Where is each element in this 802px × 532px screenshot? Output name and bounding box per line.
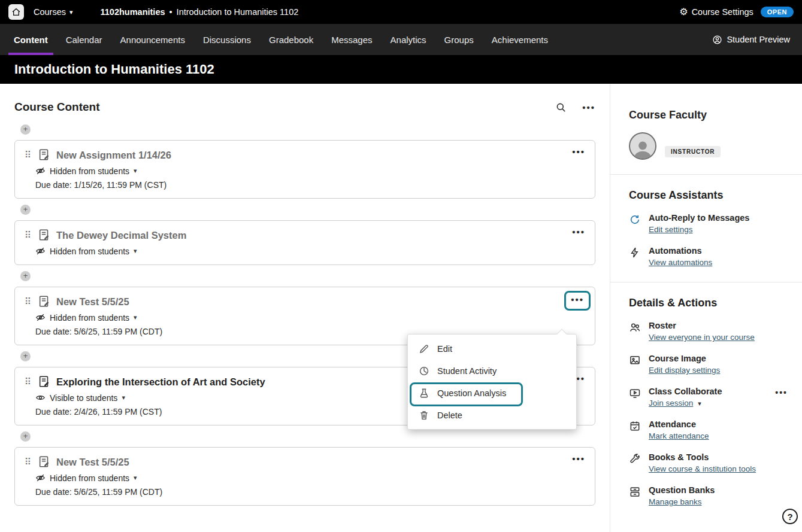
item-overflow-menu-button[interactable]: ••• bbox=[572, 227, 585, 237]
test-icon bbox=[38, 295, 51, 308]
visibility-dropdown[interactable]: Hidden from students ▾ bbox=[35, 473, 585, 483]
tab-gradebook[interactable]: Gradebook bbox=[260, 24, 322, 55]
student-preview-label: Student Preview bbox=[727, 35, 790, 44]
tab-groups[interactable]: Groups bbox=[435, 24, 483, 55]
drag-handle[interactable]: ⠿ bbox=[25, 296, 38, 307]
content-item-card: ••• ⠿ New Test 5/5/25 Hidden from studen… bbox=[14, 447, 595, 506]
chevron-down-icon: ▾ bbox=[122, 394, 125, 402]
sidebar-item-books-tools: Books & Tools View course & institution … bbox=[629, 452, 788, 474]
sidebar-item-roster: Roster View everyone in your course bbox=[629, 321, 788, 342]
gear-icon: ⚙ bbox=[679, 7, 688, 17]
add-content-button[interactable]: + bbox=[20, 205, 31, 215]
tab-achievements[interactable]: Achievements bbox=[483, 24, 557, 55]
test-icon bbox=[38, 375, 51, 388]
test-icon bbox=[38, 455, 51, 469]
tab-announcements[interactable]: Announcements bbox=[111, 24, 194, 55]
tab-content[interactable]: Content bbox=[5, 24, 57, 55]
course-faculty-heading: Course Faculty bbox=[629, 109, 788, 121]
tab-calendar[interactable]: Calendar bbox=[57, 24, 111, 55]
add-content-button[interactable]: + bbox=[20, 271, 31, 281]
question-banks-icon bbox=[629, 486, 641, 498]
content-overflow-menu-button[interactable]: ••• bbox=[582, 102, 595, 113]
menu-item-delete[interactable]: Delete bbox=[408, 404, 576, 426]
activity-clock-icon bbox=[419, 366, 429, 376]
item-title-link[interactable]: Exploring the Intersection of Art and So… bbox=[56, 376, 265, 388]
attendance-calendar-icon bbox=[629, 420, 641, 432]
sidebar-item-course-image: Course Image Edit display settings bbox=[629, 354, 788, 375]
join-session-link[interactable]: Join session bbox=[649, 399, 693, 408]
sidebar-item-title: Roster bbox=[649, 321, 755, 330]
mark-attendance-link[interactable]: Mark attendance bbox=[649, 431, 709, 440]
item-title-link[interactable]: New Test 5/5/25 bbox=[56, 457, 129, 468]
breadcrumb: 1102humanities • Introduction to Humanit… bbox=[101, 7, 299, 17]
instructor-avatar[interactable] bbox=[629, 132, 656, 160]
add-content-button[interactable]: + bbox=[20, 351, 31, 361]
chevron-down-icon: ▾ bbox=[698, 400, 701, 407]
roster-people-icon bbox=[629, 321, 641, 333]
breadcrumb-separator: • bbox=[170, 7, 172, 17]
course-content-heading: Course Content bbox=[14, 101, 100, 114]
visibility-label: Hidden from students bbox=[50, 166, 129, 176]
collaborate-overflow-menu-button[interactable]: ••• bbox=[775, 388, 788, 397]
course-settings-button[interactable]: ⚙ Course Settings bbox=[679, 7, 753, 17]
breadcrumb-course-id: 1102humanities bbox=[101, 7, 165, 17]
lightning-icon bbox=[629, 247, 641, 259]
sidebar-divider bbox=[610, 282, 802, 282]
course-assistants-heading: Course Assistants bbox=[629, 189, 788, 202]
due-date-text: Due date: 5/6/25, 11:59 PM (CDT) bbox=[35, 487, 585, 497]
menu-item-student-activity[interactable]: Student Activity bbox=[408, 360, 576, 382]
pencil-icon bbox=[419, 343, 429, 354]
hidden-eye-icon bbox=[35, 473, 46, 483]
menu-item-label: Student Activity bbox=[437, 366, 497, 376]
roster-link[interactable]: View everyone in your course bbox=[649, 333, 755, 342]
hidden-eye-icon bbox=[35, 246, 46, 256]
drag-handle[interactable]: ⠿ bbox=[25, 376, 38, 387]
tab-discussions[interactable]: Discussions bbox=[194, 24, 260, 55]
view-tools-link[interactable]: View course & institution tools bbox=[649, 464, 756, 473]
item-overflow-menu-button[interactable]: ••• bbox=[572, 147, 585, 157]
sidebar-item-automations: Automations View automations bbox=[629, 246, 788, 267]
tab-analytics[interactable]: Analytics bbox=[382, 24, 435, 55]
drag-handle[interactable]: ⠿ bbox=[25, 230, 38, 241]
item-title-link[interactable]: New Assignment 1/14/26 bbox=[56, 150, 171, 161]
chevron-down-icon: ▾ bbox=[134, 474, 137, 482]
tab-messages[interactable]: Messages bbox=[322, 24, 381, 55]
item-title-link[interactable]: New Test 5/5/25 bbox=[56, 296, 129, 308]
student-preview-button[interactable]: Student Preview bbox=[712, 35, 790, 45]
item-title-link[interactable]: The Dewey Decimal System bbox=[56, 230, 186, 241]
edit-display-settings-link[interactable]: Edit display settings bbox=[649, 366, 720, 375]
document-icon bbox=[38, 229, 51, 242]
manage-banks-link[interactable]: Manage banks bbox=[649, 497, 702, 506]
page-title-bar: Introduction to Humanities 1102 bbox=[0, 55, 802, 84]
menu-item-question-analysis[interactable]: Question Analysis bbox=[408, 382, 576, 404]
open-status-badge[interactable]: OPEN bbox=[761, 7, 794, 17]
item-context-menu: Edit Student Activity Question Analysis … bbox=[407, 334, 577, 430]
visibility-dropdown[interactable]: Hidden from students ▾ bbox=[35, 312, 585, 323]
drag-handle[interactable]: ⠿ bbox=[25, 457, 38, 467]
course-details-sidebar: Course Faculty INSTRUCTOR Course Assista… bbox=[610, 84, 802, 532]
help-button[interactable]: ? bbox=[782, 509, 798, 524]
sidebar-item-title: Books & Tools bbox=[649, 452, 756, 462]
chevron-down-icon: ▾ bbox=[69, 8, 73, 16]
sidebar-item-title: Automations bbox=[649, 246, 712, 256]
add-content-button[interactable]: + bbox=[20, 124, 31, 135]
search-icon[interactable] bbox=[555, 102, 567, 113]
visibility-dropdown[interactable]: Hidden from students ▾ bbox=[35, 166, 585, 176]
page-title: Introduction to Humanities 1102 bbox=[14, 62, 214, 77]
course-content-area: Course Content ••• + ••• ⠿ New Assignmen… bbox=[0, 84, 610, 532]
courses-label: Courses bbox=[34, 7, 66, 17]
drag-handle[interactable]: ⠿ bbox=[25, 150, 38, 160]
home-button[interactable] bbox=[8, 4, 24, 20]
menu-item-label: Question Analysis bbox=[437, 388, 506, 398]
courses-dropdown[interactable]: Courses ▾ bbox=[34, 7, 73, 17]
item-overflow-menu-button[interactable]: ••• bbox=[572, 454, 585, 464]
add-content-button[interactable]: + bbox=[20, 431, 31, 442]
item-overflow-menu-button-highlighted[interactable]: ••• bbox=[564, 291, 591, 311]
edit-settings-link[interactable]: Edit settings bbox=[649, 225, 693, 234]
menu-item-edit[interactable]: Edit bbox=[408, 338, 576, 360]
top-bar: Courses ▾ 1102humanities • Introduction … bbox=[0, 0, 802, 24]
content-item-card: ••• ⠿ The Dewey Decimal System Hidden fr… bbox=[14, 220, 595, 265]
visibility-dropdown[interactable]: Hidden from students ▾ bbox=[35, 246, 585, 256]
home-icon bbox=[11, 7, 21, 17]
view-automations-link[interactable]: View automations bbox=[649, 258, 712, 267]
